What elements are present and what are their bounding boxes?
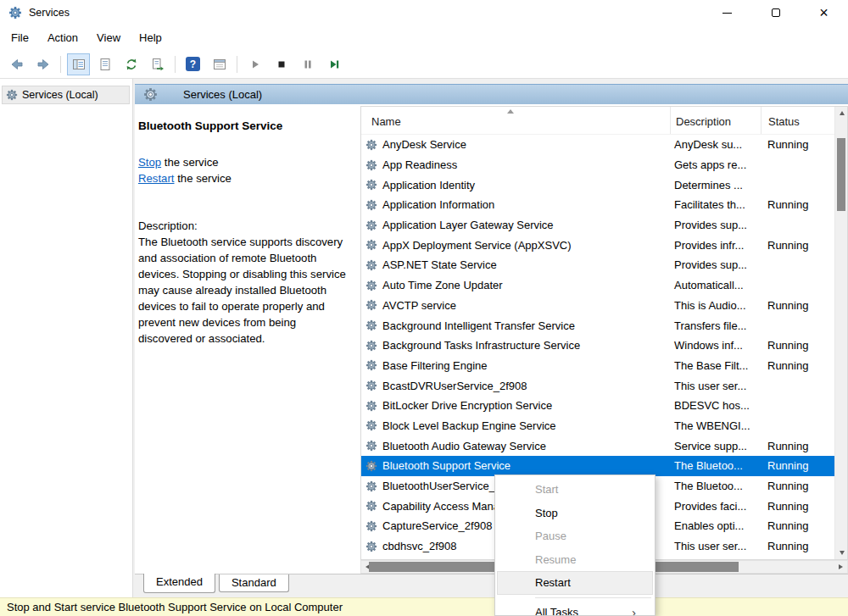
restart-service-link[interactable]: Restart bbox=[138, 172, 175, 185]
menu-file[interactable]: File bbox=[2, 28, 38, 47]
caption-buttons bbox=[703, 0, 848, 25]
table-row[interactable]: Background Tasks Infrastructure Service … bbox=[361, 336, 834, 356]
service-name: BitLocker Drive Encryption Service bbox=[382, 399, 552, 412]
vertical-scrollbar[interactable] bbox=[834, 107, 847, 559]
window-title: Services bbox=[29, 7, 70, 19]
panel-header-title: Services (Local) bbox=[183, 88, 262, 101]
service-name: Background Tasks Infrastructure Service bbox=[382, 339, 580, 352]
toolbar bbox=[0, 50, 848, 79]
panel-body: Bluetooth Support Service Stop the servi… bbox=[135, 104, 848, 574]
scroll-up-icon[interactable] bbox=[835, 107, 848, 119]
service-description: Transfers file... bbox=[670, 319, 761, 332]
tab-standard[interactable]: Standard bbox=[219, 574, 289, 592]
table-row[interactable]: AVCTP service This is Audio... Running bbox=[361, 296, 834, 316]
table-row[interactable]: Background Intelligent Transfer Service … bbox=[361, 315, 834, 336]
table-row[interactable]: ASP.NET State Service Provides sup... bbox=[361, 255, 834, 275]
table-row[interactable]: Block Level Backup Engine Service The WB… bbox=[361, 416, 834, 436]
menu-view[interactable]: View bbox=[87, 28, 130, 47]
forward-icon bbox=[36, 58, 50, 71]
extended-view-button[interactable] bbox=[208, 53, 231, 75]
context-menu-item-restart[interactable]: Restart bbox=[497, 571, 653, 595]
services-window: Services File Action View Help bbox=[0, 0, 848, 616]
service-description: AnyDesk su... bbox=[670, 138, 761, 151]
service-gear-icon bbox=[365, 480, 377, 492]
restart-service-icon bbox=[327, 58, 341, 71]
back-button[interactable] bbox=[5, 53, 28, 75]
table-row[interactable]: AppX Deployment Service (AppXSVC) Provid… bbox=[361, 235, 834, 255]
menu-item-label: Pause bbox=[535, 530, 566, 542]
menu-item-label: Stop bbox=[535, 507, 558, 519]
export-list-button[interactable] bbox=[146, 53, 169, 75]
stop-service-icon bbox=[275, 58, 288, 71]
service-name: Background Intelligent Transfer Service bbox=[382, 319, 575, 332]
restart-service-button[interactable] bbox=[322, 53, 345, 75]
column-header-name[interactable]: Name bbox=[361, 107, 670, 134]
toolbar-separator bbox=[237, 56, 237, 73]
forward-button[interactable] bbox=[31, 53, 54, 75]
menu-item-label: Restart bbox=[535, 576, 571, 589]
service-description: Automaticall... bbox=[670, 279, 761, 291]
context-menu-item-stop[interactable]: Stop bbox=[495, 502, 655, 525]
service-description: Windows inf... bbox=[670, 339, 761, 352]
table-row[interactable]: BcastDVRUserService_2f908 This user ser.… bbox=[361, 375, 834, 396]
table-row[interactable]: Auto Time Zone Updater Automaticall... bbox=[361, 275, 834, 296]
service-gear-icon bbox=[365, 440, 377, 452]
show-hide-console-tree-button[interactable] bbox=[67, 53, 90, 75]
tab-extended[interactable]: Extended bbox=[143, 574, 215, 593]
service-name: Base Filtering Engine bbox=[382, 359, 488, 372]
vertical-scrollbar-thumb[interactable] bbox=[837, 138, 845, 211]
table-row[interactable]: App Readiness Gets apps re... bbox=[361, 155, 834, 175]
service-status: Running bbox=[761, 138, 834, 151]
service-description: Provides sup... bbox=[670, 258, 761, 271]
table-row[interactable]: BitLocker Drive Encryption Service BDESV… bbox=[361, 396, 834, 416]
table-row[interactable]: Bluetooth Audio Gateway Service Service … bbox=[361, 436, 834, 456]
minimize-button[interactable] bbox=[703, 0, 751, 25]
services-app-icon bbox=[8, 6, 22, 19]
context-menu-item-all-tasks[interactable]: All Tasks bbox=[495, 601, 655, 616]
scroll-down-icon[interactable] bbox=[835, 547, 848, 559]
console-tree-panel: Services (Local) bbox=[0, 79, 133, 597]
table-row[interactable]: Base Filtering Engine The Base Filt... R… bbox=[361, 356, 834, 376]
service-status: Running bbox=[761, 440, 834, 452]
pause-service-button[interactable] bbox=[296, 53, 319, 75]
service-description: Provides infr... bbox=[670, 239, 761, 252]
close-button[interactable] bbox=[800, 0, 848, 25]
service-name: cbdhsvc_2f908 bbox=[382, 540, 456, 552]
stop-service-link[interactable]: Stop bbox=[138, 156, 161, 169]
service-gear-icon bbox=[365, 299, 377, 311]
menu-action[interactable]: Action bbox=[38, 28, 87, 47]
service-gear-icon bbox=[365, 460, 377, 472]
table-row[interactable]: AnyDesk Service AnyDesk su... Running bbox=[361, 135, 834, 155]
maximize-button[interactable] bbox=[751, 0, 800, 25]
show-hide-console-tree-icon bbox=[72, 58, 86, 71]
services-gear-icon bbox=[6, 89, 18, 101]
menu-help[interactable]: Help bbox=[130, 28, 171, 47]
help-button[interactable] bbox=[181, 53, 204, 75]
refresh-button[interactable] bbox=[120, 53, 142, 75]
table-row[interactable]: Bluetooth Support Service The Bluetoo...… bbox=[361, 456, 834, 476]
service-gear-icon bbox=[365, 380, 377, 391]
properties-button[interactable] bbox=[93, 53, 116, 75]
service-status: Running bbox=[761, 519, 834, 532]
table-row[interactable]: Application Layer Gateway Service Provid… bbox=[361, 215, 834, 236]
service-name: App Readiness bbox=[382, 158, 457, 171]
tree-item-services-local[interactable]: Services (Local) bbox=[2, 86, 130, 104]
start-service-button[interactable] bbox=[243, 53, 266, 75]
service-name: Bluetooth Support Service bbox=[382, 459, 510, 472]
extended-view-icon bbox=[213, 58, 226, 71]
description-label: Description: bbox=[138, 218, 352, 234]
service-gear-icon bbox=[365, 541, 377, 552]
column-header-status[interactable]: Status bbox=[761, 107, 834, 134]
service-description: BDESVC hos... bbox=[670, 399, 761, 412]
stop-service-button[interactable] bbox=[270, 53, 293, 75]
menu-bar: File Action View Help bbox=[0, 25, 848, 50]
service-gear-icon bbox=[365, 359, 377, 371]
column-header-description[interactable]: Description bbox=[670, 107, 761, 134]
table-row[interactable]: Application Identity Determines ... bbox=[361, 175, 834, 195]
service-description-text: The Bluetooth service supports discovery… bbox=[138, 234, 350, 347]
service-gear-icon bbox=[365, 199, 377, 211]
table-row[interactable]: Application Information Facilitates th..… bbox=[361, 195, 834, 215]
service-description: The Base Filt... bbox=[670, 359, 761, 372]
scroll-right-icon[interactable] bbox=[834, 561, 847, 573]
service-description: Facilitates th... bbox=[670, 198, 761, 211]
